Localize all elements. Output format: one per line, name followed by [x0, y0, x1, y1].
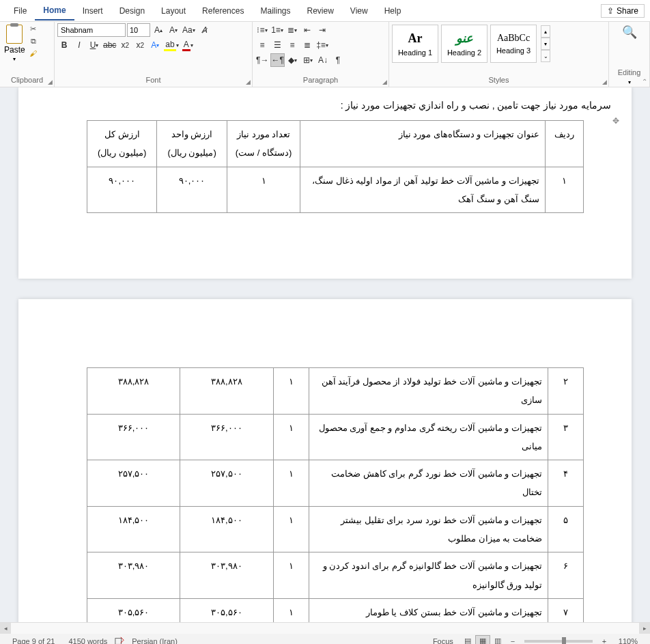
- tab-home[interactable]: Home: [35, 1, 74, 20]
- borders-button[interactable]: ⊞▾: [301, 53, 315, 67]
- tab-view[interactable]: View: [342, 2, 376, 20]
- styles-down-button[interactable]: ▾: [541, 38, 550, 50]
- cell-qty[interactable]: ۱: [273, 598, 309, 622]
- styles-dialog-launcher[interactable]: ◢: [602, 79, 607, 85]
- clipboard-dialog-launcher[interactable]: ◢: [48, 79, 53, 85]
- share-button[interactable]: ⇪ Share: [601, 4, 645, 18]
- cell-total[interactable]: ۳۰۵,۵۶۰: [87, 598, 180, 622]
- cell-unit[interactable]: ۹۰,۰۰۰: [157, 167, 227, 213]
- tab-help[interactable]: Help: [376, 2, 410, 20]
- align-center-button[interactable]: ☰: [270, 38, 284, 52]
- table-anchor-icon[interactable]: ✥: [612, 116, 619, 126]
- tab-review[interactable]: Review: [298, 2, 341, 20]
- tab-file[interactable]: File: [5, 2, 35, 20]
- cell-n[interactable]: ۱: [545, 167, 583, 213]
- cell-qty[interactable]: ۱: [227, 167, 300, 213]
- copy-icon[interactable]: ⧉: [28, 36, 39, 46]
- cell-unit[interactable]: ۳۸۸,۸۲۸: [180, 368, 273, 415]
- cell-n[interactable]: ۷: [548, 598, 583, 622]
- cell-desc[interactable]: تجهیزات و ماشین آلات خط بستن کلاف یا طوم…: [309, 598, 548, 622]
- scroll-track[interactable]: [11, 623, 639, 634]
- underline-button[interactable]: U▾: [87, 38, 101, 52]
- font-name-input[interactable]: [57, 23, 126, 37]
- align-left-button[interactable]: ≡: [255, 38, 269, 52]
- cell-unit[interactable]: ۳۰۵,۵۶۰: [180, 598, 273, 622]
- tab-design[interactable]: Design: [111, 2, 153, 20]
- scroll-left-button[interactable]: ◂: [0, 623, 11, 634]
- strikethrough-button[interactable]: abc: [102, 38, 117, 52]
- spellcheck-icon[interactable]: [114, 636, 125, 645]
- tab-layout[interactable]: Layout: [153, 2, 194, 20]
- increase-indent-button[interactable]: ⇥: [315, 23, 329, 37]
- style-heading1[interactable]: Ar Heading 1: [392, 25, 438, 63]
- sort-button[interactable]: A↓: [316, 53, 330, 67]
- find-icon[interactable]: 🔍: [622, 25, 637, 40]
- cell-n[interactable]: ۳: [548, 414, 583, 460]
- paste-button[interactable]: Paste ▾: [3, 23, 27, 64]
- chevron-down-icon[interactable]: ▾: [628, 79, 631, 85]
- zoom-slider[interactable]: [524, 640, 593, 643]
- styles-more-button[interactable]: ⌄: [541, 50, 550, 62]
- tab-insert[interactable]: Insert: [74, 2, 111, 20]
- tab-references[interactable]: References: [194, 2, 252, 20]
- rtl-button[interactable]: ←¶: [270, 53, 284, 67]
- zoom-level[interactable]: 110%: [612, 637, 645, 645]
- superscript-button[interactable]: x2: [133, 38, 147, 52]
- cell-n[interactable]: ۴: [548, 460, 583, 507]
- zoom-in-button[interactable]: +: [597, 635, 612, 645]
- page-indicator[interactable]: Page 9 of 21: [5, 637, 61, 645]
- italic-button[interactable]: I: [72, 38, 86, 52]
- style-heading2[interactable]: عنو Heading 2: [441, 25, 488, 63]
- bold-button[interactable]: B: [57, 38, 71, 52]
- paragraph-dialog-launcher[interactable]: ◢: [382, 79, 387, 85]
- cell-total[interactable]: ۳۶۶,۰۰۰: [87, 414, 180, 460]
- font-dialog-launcher[interactable]: ◢: [246, 79, 251, 85]
- cell-unit[interactable]: ۲۵۷,۵۰۰: [180, 460, 273, 507]
- cell-total[interactable]: ۳۸۸,۸۲۸: [87, 368, 180, 415]
- cell-qty[interactable]: ۱: [273, 368, 309, 415]
- cell-qty[interactable]: ۱: [273, 414, 309, 460]
- scroll-right-button[interactable]: ▸: [639, 623, 650, 634]
- multilevel-button[interactable]: ≣▾: [285, 23, 299, 37]
- clear-formatting-button[interactable]: A̷: [197, 23, 211, 37]
- grow-font-button[interactable]: A▴: [152, 23, 165, 37]
- zoom-thumb[interactable]: [562, 637, 566, 645]
- ltr-button[interactable]: ¶→: [255, 53, 269, 67]
- cell-desc[interactable]: تجهیزات و ماشین آلات خط تولید آهن از موا…: [300, 167, 545, 213]
- font-size-input[interactable]: [127, 23, 150, 37]
- cell-total[interactable]: ۱۸۴,۵۰۰: [87, 506, 180, 552]
- cell-qty[interactable]: ۱: [273, 552, 309, 599]
- format-painter-icon[interactable]: 🖌: [28, 48, 39, 59]
- cell-unit[interactable]: ۳۰۳,۹۸۰: [180, 552, 273, 599]
- cell-qty[interactable]: ۱: [273, 460, 309, 507]
- style-heading3[interactable]: AaBbCc Heading 3: [490, 25, 537, 63]
- cell-desc[interactable]: تجهیزات و ماشین آلات خط نورد سرد برای تق…: [309, 506, 548, 552]
- cell-n[interactable]: ۲: [548, 368, 583, 415]
- horizontal-scrollbar[interactable]: ◂ ▸: [0, 622, 650, 633]
- focus-label[interactable]: Focus: [426, 637, 460, 645]
- cell-total[interactable]: ۹۰,۰۰۰: [87, 167, 157, 213]
- cell-desc[interactable]: تجهیزات و ماشین آلات ریخته گری مداوم و ج…: [309, 414, 548, 460]
- cell-desc[interactable]: تجهیزات و ماشین آلات خط نورد گرم برای کا…: [309, 460, 548, 507]
- cell-total[interactable]: ۳۰۳,۹۸۰: [87, 552, 180, 599]
- word-count[interactable]: 4150 words: [61, 637, 114, 645]
- print-layout-button[interactable]: ▦: [475, 635, 490, 645]
- cell-n[interactable]: ۶: [548, 552, 583, 599]
- tab-mailings[interactable]: Mailings: [252, 2, 298, 20]
- justify-button[interactable]: ≣: [300, 38, 314, 52]
- collapse-ribbon-button[interactable]: ⌃: [642, 78, 647, 85]
- bullets-button[interactable]: ⁝≡▾: [255, 23, 269, 37]
- read-mode-button[interactable]: ▤: [460, 635, 475, 645]
- cell-n[interactable]: ۵: [548, 506, 583, 552]
- cell-total[interactable]: ۲۵۷,۵۰۰: [87, 460, 180, 507]
- zoom-out-button[interactable]: −: [505, 635, 520, 645]
- change-case-button[interactable]: Aa▾: [182, 23, 196, 37]
- font-color-button[interactable]: A▾: [181, 38, 195, 52]
- cut-icon[interactable]: ✂: [28, 23, 39, 34]
- cell-unit[interactable]: ۳۶۶,۰۰۰: [180, 414, 273, 460]
- cell-qty[interactable]: ۱: [273, 506, 309, 552]
- align-right-button[interactable]: ≡: [285, 38, 299, 52]
- subscript-button[interactable]: x2: [118, 38, 132, 52]
- cell-desc[interactable]: تجهیزات و ماشین آلات خط تولید فولاد از م…: [309, 368, 548, 415]
- cell-unit[interactable]: ۱۸۴,۵۰۰: [180, 506, 273, 552]
